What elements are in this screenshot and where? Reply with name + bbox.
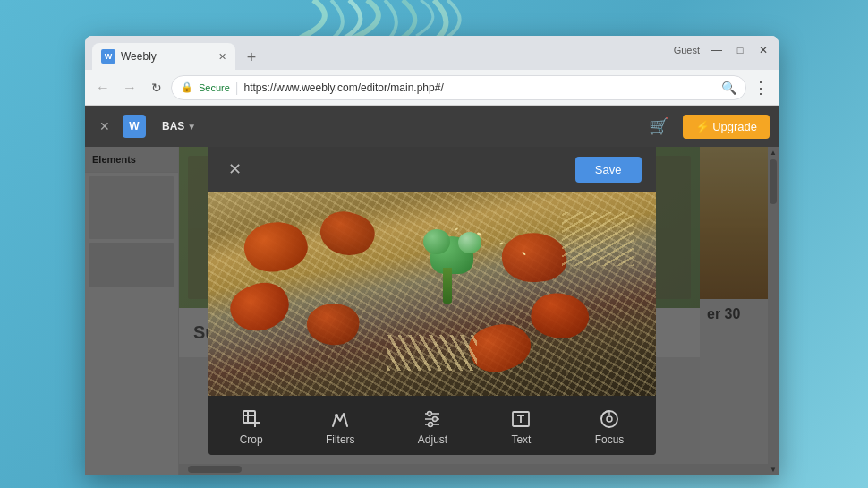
- svg-point-10: [433, 417, 438, 422]
- broccoli-stalk: [443, 268, 452, 304]
- webpage-area: ✕ W BAS ▼ 🛒 ⚡ Upgrade Elements: [85, 106, 779, 475]
- address-bar: ← → ↻ 🔒 Secure | https://www.weebly.com/…: [85, 70, 779, 106]
- tab-area: W Weebly ✕ +: [85, 36, 674, 70]
- title-bar: W Weebly ✕ + Guest — □ ✕: [85, 36, 779, 70]
- tab-close-icon[interactable]: ✕: [218, 51, 226, 63]
- crop-icon: [241, 408, 262, 430]
- food-image-container: [208, 192, 656, 396]
- tool-focus[interactable]: Focus: [581, 405, 639, 449]
- maximize-button[interactable]: □: [728, 39, 752, 62]
- text-label: Text: [511, 433, 531, 446]
- secure-label: Secure: [199, 82, 230, 93]
- tool-adjust[interactable]: Adjust: [404, 405, 462, 449]
- modal-save-button[interactable]: Save: [575, 157, 642, 183]
- editor-nav-item-bas[interactable]: BAS ▼: [153, 116, 205, 137]
- lock-icon: 🔒: [181, 81, 193, 93]
- upgrade-button[interactable]: ⚡ Upgrade: [683, 115, 770, 139]
- url-bar[interactable]: 🔒 Secure | https://www.weebly.com/editor…: [171, 75, 746, 100]
- broccoli-floret-1: [423, 229, 450, 254]
- url-divider: |: [235, 81, 239, 95]
- url-text: https://www.weebly.com/editor/main.php#/: [244, 81, 717, 94]
- modal-close-button[interactable]: ✕: [223, 157, 248, 182]
- tool-crop[interactable]: Crop: [226, 405, 277, 449]
- svg-point-9: [428, 412, 432, 416]
- nav-bas-label: BAS: [162, 120, 184, 133]
- editor-header: ✕ W BAS ▼ 🛒 ⚡ Upgrade: [85, 106, 779, 147]
- editor-close-button[interactable]: ✕: [94, 116, 115, 137]
- crop-label: Crop: [240, 433, 263, 446]
- nav-dropdown-icon: ▼: [187, 122, 196, 132]
- svg-point-5: [335, 414, 338, 417]
- back-button[interactable]: ←: [90, 75, 115, 100]
- search-icon[interactable]: 🔍: [721, 81, 736, 95]
- editor-nav: BAS ▼: [153, 116, 634, 137]
- weebly-logo: W: [123, 115, 146, 138]
- broccoli-main: [423, 236, 481, 304]
- tool-text[interactable]: Text: [496, 405, 546, 449]
- close-button[interactable]: ✕: [752, 39, 775, 62]
- minimize-button[interactable]: —: [705, 39, 728, 62]
- tool-filters[interactable]: Filters: [311, 405, 370, 449]
- adjust-icon: [421, 408, 443, 430]
- text-icon: [510, 408, 532, 430]
- title-bar-controls: Guest — □ ✕: [674, 36, 779, 70]
- focus-label: Focus: [595, 433, 625, 446]
- modal-toolbar: Crop Filters: [208, 396, 656, 455]
- filters-icon: [329, 408, 351, 430]
- svg-point-16: [607, 416, 612, 422]
- browser-window: W Weebly ✕ + Guest — □ ✕ ← → ↻ 🔒 Secure …: [85, 36, 779, 475]
- rice-scatter-2: [562, 212, 634, 266]
- tab-label: Weebly: [121, 50, 213, 63]
- modal-header: ✕ Save: [208, 147, 656, 192]
- filters-label: Filters: [326, 433, 355, 446]
- forward-button[interactable]: →: [117, 75, 142, 100]
- menu-dots-button[interactable]: ⋮: [748, 75, 773, 100]
- new-tab-button[interactable]: +: [239, 45, 264, 70]
- svg-rect-0: [243, 411, 255, 423]
- tab-favicon: W: [101, 49, 115, 64]
- broccoli-floret-2: [458, 232, 481, 253]
- guest-label: Guest: [674, 45, 700, 56]
- active-tab[interactable]: W Weebly ✕: [92, 43, 235, 70]
- refresh-button[interactable]: ↻: [144, 75, 169, 100]
- image-editor-modal: ✕ Save: [208, 147, 656, 455]
- cart-button[interactable]: 🛒: [642, 113, 676, 140]
- svg-point-11: [429, 423, 433, 427]
- focus-icon: [599, 408, 620, 430]
- adjust-label: Adjust: [418, 433, 447, 446]
- rice-scatter-1: [387, 335, 477, 371]
